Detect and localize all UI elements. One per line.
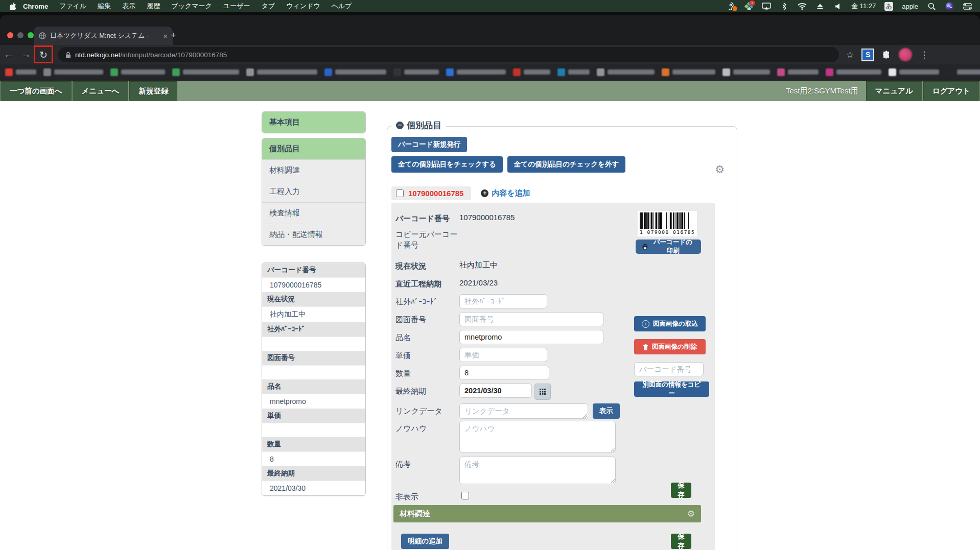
sidebar-item-process[interactable]: 工程入力: [262, 181, 365, 202]
sidebar-item-delivery[interactable]: 納品・配送情報: [262, 224, 365, 245]
tab-close-icon[interactable]: ×: [163, 32, 168, 40]
item-checkbox[interactable]: [396, 189, 404, 197]
menu-tab[interactable]: タブ: [255, 2, 281, 11]
save-button[interactable]: 保存: [671, 483, 691, 498]
remarks-textarea[interactable]: [459, 457, 616, 484]
menu-file[interactable]: ファイル: [54, 2, 92, 11]
sidebar-item-basic[interactable]: 基本項目: [262, 112, 365, 133]
bookmark-item[interactable]: [110, 68, 165, 76]
bookmark-item[interactable]: [172, 68, 239, 76]
siri-icon[interactable]: [945, 2, 954, 10]
bookmark-item[interactable]: [946, 68, 980, 76]
forward-button[interactable]: →: [17, 49, 35, 60]
spotlight-search-icon[interactable]: [927, 2, 936, 10]
app-status-icon[interactable]: 1: [744, 2, 753, 10]
new-tab-button[interactable]: +: [171, 30, 176, 41]
menu-edit[interactable]: 編集: [92, 2, 116, 11]
bookmark-favicon: [324, 68, 332, 76]
browser-tab[interactable]: 日本ツクリダス M:net システム - ×: [34, 27, 173, 45]
bookmark-item[interactable]: [826, 68, 881, 76]
sidebar-item-material[interactable]: 材料調達: [262, 159, 365, 181]
bookmark-item[interactable]: [446, 68, 506, 76]
bookmark-item[interactable]: [889, 68, 939, 76]
bookmark-item[interactable]: [393, 68, 439, 76]
menubar-app-name[interactable]: Chrome: [17, 3, 54, 10]
menu-bookmarks[interactable]: ブックマーク: [166, 2, 218, 11]
profile-avatar[interactable]: [899, 48, 912, 61]
back-button[interactable]: ←: [0, 49, 17, 60]
print-barcode-button[interactable]: バーコードの印刷: [636, 240, 701, 254]
add-content-link[interactable]: + 内容を追加: [481, 188, 530, 198]
summary-label: バーコード番号: [262, 263, 365, 277]
copy-drawing-info-button[interactable]: 別図面の情報をコピー: [634, 381, 709, 397]
bluetooth-icon[interactable]: [780, 2, 789, 10]
control-center-icon[interactable]: [963, 2, 972, 10]
bookmark-item[interactable]: [557, 68, 590, 76]
calendar-picker-button[interactable]: [534, 384, 551, 400]
menu-history[interactable]: 履歴: [141, 2, 166, 11]
show-button[interactable]: 表示: [593, 403, 620, 419]
volume-icon[interactable]: [833, 2, 843, 10]
nav-menu-button[interactable]: メニューへ: [73, 81, 129, 101]
item-name-input[interactable]: [459, 330, 603, 344]
nav-new-registration-button[interactable]: 新規登録: [129, 81, 177, 101]
final-due-date-input[interactable]: [459, 384, 532, 398]
bookmark-item[interactable]: [246, 68, 317, 76]
sidebar-item-inspection[interactable]: 検査情報: [262, 202, 365, 224]
address-bar[interactable]: ntd.netkojo.net/infoinput/barcode/107900…: [58, 47, 839, 62]
new-barcode-button[interactable]: バーコード新規発行: [391, 137, 467, 152]
bookmark-item[interactable]: [597, 68, 655, 76]
material-settings-gear-icon[interactable]: ⚙: [687, 509, 695, 519]
bookmark-item[interactable]: [43, 68, 103, 76]
external-barcode-input[interactable]: [459, 294, 547, 308]
lock-icon[interactable]: [65, 52, 71, 58]
menu-view[interactable]: 表示: [116, 2, 141, 11]
bookmark-item[interactable]: [722, 68, 770, 76]
display-mirroring-icon[interactable]: [762, 2, 771, 10]
settings-gear-icon[interactable]: ⚙: [715, 163, 725, 176]
nav-manual-button[interactable]: マニュアル: [866, 81, 922, 101]
sidebar-item-individual-active[interactable]: 個別品目: [262, 138, 365, 159]
browser-menu-icon[interactable]: ⋮: [920, 50, 928, 60]
bookmark-item[interactable]: [324, 68, 386, 76]
unit-price-input[interactable]: [459, 348, 547, 362]
eject-icon[interactable]: [815, 2, 825, 10]
knowhow-textarea[interactable]: [459, 421, 616, 452]
quantity-input[interactable]: [459, 366, 549, 380]
import-drawing-image-button[interactable]: ↑ 図面画像の取込: [634, 316, 706, 331]
bookmark-item[interactable]: [513, 68, 550, 76]
uncheck-all-button[interactable]: 全ての個別品目のチェックを外す: [507, 156, 625, 173]
browser-window: 日本ツクリダス M:net システム - × + ← → ↻ ntd.netko…: [0, 15, 980, 550]
hearing-status-icon[interactable]: [726, 2, 735, 10]
drawing-number-input[interactable]: [459, 312, 603, 326]
zoom-window-button[interactable]: [28, 32, 34, 38]
hidden-checkbox[interactable]: [461, 492, 469, 499]
menubar-account-name[interactable]: apple: [902, 3, 918, 10]
bookmark-star-icon[interactable]: ☆: [846, 50, 854, 60]
bookmark-item[interactable]: [5, 68, 36, 76]
link-data-label: リンクデータ: [395, 403, 459, 416]
wifi-icon[interactable]: [798, 2, 807, 10]
apple-logo-icon[interactable]: [8, 2, 17, 10]
add-detail-button[interactable]: 明細の追加: [401, 534, 449, 549]
menubar-clock[interactable]: 金 11:27: [851, 2, 876, 11]
link-data-input[interactable]: [459, 403, 588, 419]
extension-s-icon[interactable]: S: [861, 49, 874, 61]
menu-window[interactable]: ウィンドウ: [281, 2, 326, 11]
material-procurement-header[interactable]: 材料調達 ⚙: [393, 505, 701, 522]
delete-drawing-image-button[interactable]: 図面画像の削除: [634, 339, 706, 354]
input-method-badge[interactable]: あ: [884, 2, 893, 11]
minimize-window-button[interactable]: [17, 32, 24, 38]
check-all-button[interactable]: 全ての個別品目をチェックする: [391, 156, 503, 173]
menu-users[interactable]: ユーザー: [218, 2, 256, 11]
barcode-number-input[interactable]: [634, 362, 704, 376]
collapse-icon[interactable]: −: [396, 122, 404, 129]
material-save-button[interactable]: 保存: [671, 534, 691, 549]
nav-previous-screen-button[interactable]: 一つ前の画面へ: [1, 81, 72, 101]
bookmark-item[interactable]: [662, 68, 715, 76]
close-window-button[interactable]: [7, 32, 13, 38]
nav-logout-button[interactable]: ログアウト: [923, 81, 979, 101]
menu-help[interactable]: ヘルプ: [326, 2, 358, 11]
extensions-puzzle-icon[interactable]: [882, 50, 891, 59]
bookmark-item[interactable]: [777, 68, 819, 76]
